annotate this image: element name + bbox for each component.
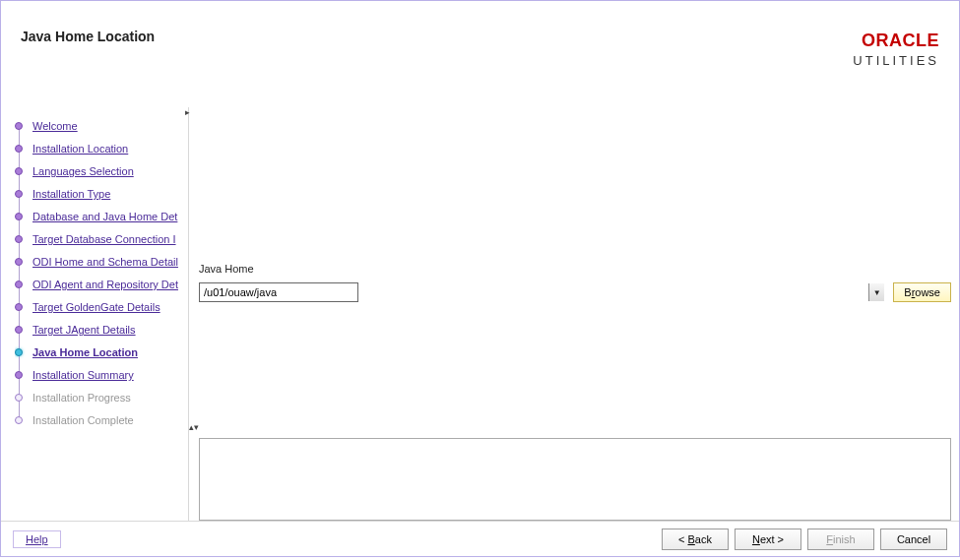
step-label[interactable]: Welcome [32,120,78,132]
step-bullet-icon [15,416,23,424]
message-pane [199,438,951,521]
wizard-step[interactable]: Welcome [15,117,188,140]
step-bullet-icon [15,394,23,402]
wizard-step[interactable]: Database and Java Home Det [15,208,188,230]
wizard-step: Installation Complete [15,411,188,434]
step-bullet-icon [15,167,23,175]
step-label[interactable]: ODI Home and Schema Detail [32,256,178,268]
cancel-button[interactable]: Cancel [880,529,947,550]
footer: Help < Back Next > Finish Cancel [1,521,959,556]
wizard-step[interactable]: Installation Summary [15,366,188,389]
finish-button: Finish [807,529,874,550]
step-label: Installation Progress [32,392,131,404]
step-bullet-icon [15,371,23,379]
wizard-step[interactable]: ODI Home and Schema Detail [15,253,188,276]
next-button[interactable]: Next > [735,529,801,550]
step-bullet-icon [15,213,23,220]
step-label[interactable]: Languages Selection [32,165,134,177]
wizard-step[interactable]: Languages Selection [15,162,188,185]
step-label[interactable]: Target GoldenGate Details [32,301,160,313]
wizard-step[interactable]: Target Database Connection I [15,230,188,253]
chevron-down-icon[interactable]: ▼ [868,283,884,301]
wizard-step: Installation Progress [15,389,188,411]
step-bullet-icon [15,145,23,153]
installer-window: Java Home Location ORACLE UTILITIES Welc… [0,0,960,557]
brand-word: ORACLE [853,31,939,51]
step-bullet-icon [15,235,23,243]
step-bullet-icon [15,122,23,130]
step-bullet-icon [15,258,23,266]
step-label[interactable]: Target Database Connection I [32,233,176,245]
page-title: Java Home Location [21,29,155,44]
java-home-row: ▼ Browse [199,282,951,302]
wizard-step[interactable]: Installation Location [15,140,188,162]
brand-logo: ORACLE UTILITIES [853,31,939,68]
step-label[interactable]: Installation Type [32,188,110,200]
header: Java Home Location ORACLE UTILITIES [1,1,959,84]
step-bullet-icon [15,348,23,356]
wizard-step[interactable]: Java Home Location [15,343,188,366]
splitter-handle-icon[interactable]: ▴▾ [189,422,199,432]
browse-button[interactable]: Browse [893,282,951,302]
step-label: Installation Complete [32,414,134,426]
step-bullet-icon [15,190,23,198]
step-label[interactable]: Database and Java Home Det [32,211,177,222]
step-label[interactable]: ODI Agent and Repository Det [32,279,178,290]
step-bullet-icon [15,326,23,334]
java-home-label: Java Home [199,263,951,275]
step-bullet-icon [15,280,23,288]
java-home-input[interactable] [199,282,358,302]
help-link[interactable]: Help [13,530,61,548]
step-label[interactable]: Installation Location [32,143,128,155]
wizard-step[interactable]: Target GoldenGate Details [15,298,188,321]
brand-subtitle: UTILITIES [853,53,939,68]
step-label[interactable]: Target JAgent Details [32,324,136,336]
step-list: WelcomeInstallation LocationLanguages Se… [15,117,188,434]
back-button[interactable]: < Back [662,529,729,550]
splitter-handle-icon[interactable]: ▸ [185,107,190,117]
wizard-step[interactable]: ODI Agent and Repository Det [15,276,188,298]
java-home-combo[interactable]: ▼ [199,282,885,302]
wizard-step[interactable]: Target JAgent Details [15,321,188,343]
form-area: Java Home ▼ Browse [199,107,951,426]
body: WelcomeInstallation LocationLanguages Se… [1,107,959,521]
wizard-step[interactable]: Installation Type [15,185,188,208]
step-label[interactable]: Java Home Location [32,346,138,358]
step-bullet-icon [15,303,23,311]
content-pane: ▸ Java Home ▼ Browse ▴▾ [188,107,959,521]
step-label[interactable]: Installation Summary [32,369,134,381]
wizard-sidebar: WelcomeInstallation LocationLanguages Se… [1,107,188,521]
